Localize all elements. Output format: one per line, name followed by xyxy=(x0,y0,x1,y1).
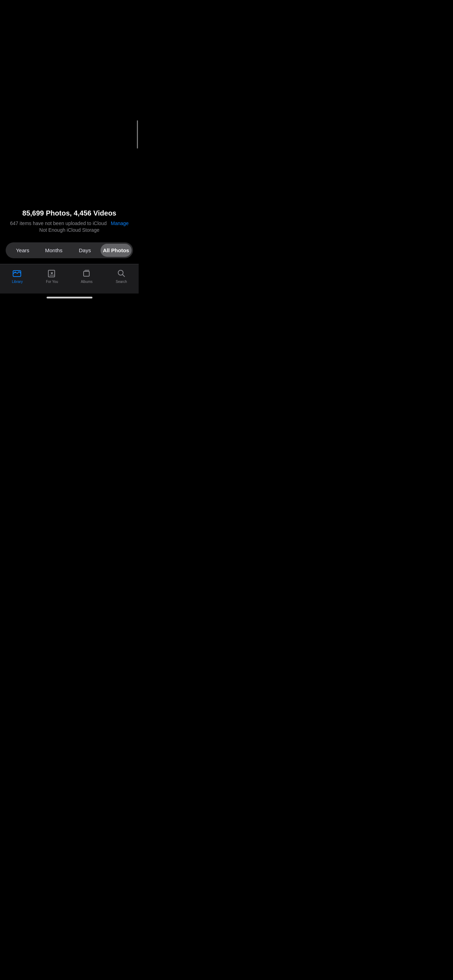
tab-search-label: Search xyxy=(116,280,127,284)
toggle-months[interactable]: Months xyxy=(38,244,69,257)
toggle-days[interactable]: Days xyxy=(70,244,100,257)
scrollbar[interactable] xyxy=(137,120,138,148)
home-indicator xyxy=(46,297,92,298)
svg-rect-5 xyxy=(84,270,89,271)
main-content: 85,699 Photos, 4,456 Videos 647 items ha… xyxy=(0,0,139,301)
svg-line-8 xyxy=(122,275,124,277)
svg-rect-4 xyxy=(84,271,89,276)
tab-for-you[interactable]: For You xyxy=(35,267,69,285)
icloud-notice-text: 647 items have not been uploaded to iClo… xyxy=(10,221,106,226)
view-toggle: Years Months Days All Photos xyxy=(6,242,133,258)
svg-rect-6 xyxy=(85,269,89,270)
toggle-years[interactable]: Years xyxy=(7,244,38,257)
manage-link[interactable]: Manage xyxy=(111,221,129,226)
tab-albums[interactable]: Albums xyxy=(70,267,104,285)
tab-search[interactable]: Search xyxy=(104,267,139,285)
tab-albums-label: Albums xyxy=(81,280,92,284)
toggle-all-photos[interactable]: All Photos xyxy=(100,244,132,257)
icloud-notice: 647 items have not been uploaded to iClo… xyxy=(10,220,129,234)
svg-point-1 xyxy=(14,272,16,273)
tab-library-label: Library xyxy=(12,280,23,284)
tab-bar: Library For You Albums xyxy=(0,264,139,294)
search-icon xyxy=(116,269,126,278)
storage-warning: Not Enough iCloud Storage xyxy=(10,227,129,234)
library-icon xyxy=(12,269,22,278)
photo-count-section: 85,699 Photos, 4,456 Videos 647 items ha… xyxy=(0,209,139,234)
albums-icon xyxy=(82,269,92,278)
for-you-icon xyxy=(47,269,57,278)
tab-library[interactable]: Library xyxy=(0,267,35,285)
photo-count-title: 85,699 Photos, 4,456 Videos xyxy=(22,209,116,217)
tab-for-you-label: For You xyxy=(46,280,58,284)
